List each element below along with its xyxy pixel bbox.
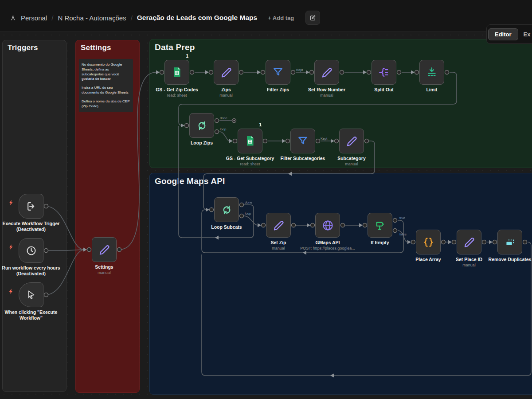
- loop-icon: [220, 203, 233, 216]
- person-icon: [10, 15, 16, 21]
- node-gmaps-api[interactable]: GMaps APIPOST: https://places.googlea...: [315, 213, 340, 238]
- node-sublabel: manual: [436, 263, 502, 267]
- node-label: Subcategory: [318, 156, 385, 161]
- output-label-kept: Kept: [296, 68, 303, 72]
- node-label: Run workflow every hours: [0, 265, 64, 271]
- output-label-done: done: [220, 116, 227, 120]
- node-loop-subcats[interactable]: Loop Subcats: [214, 197, 239, 222]
- trigger-bolt-icon: [8, 244, 14, 250]
- breadcrumb: Personal / N Rocha - Automações / Geraçã…: [10, 11, 320, 25]
- breadcrumb-project[interactable]: N Rocha - Automações: [58, 14, 126, 22]
- add-tag-button[interactable]: + Add tag: [268, 15, 294, 21]
- google-sheets-icon: [244, 135, 256, 147]
- node-sublabel: manual: [193, 93, 259, 98]
- node-sublabel: POST: https://places.googlea...: [290, 246, 365, 250]
- node-if-empty[interactable]: If Empty: [368, 213, 392, 238]
- node-label: Loop Subcats: [193, 224, 260, 230]
- loop-icon: [196, 119, 208, 132]
- node-set-row-number[interactable]: Set Row Numbermanual: [314, 60, 339, 85]
- trigger-bolt-icon: [8, 200, 14, 206]
- node-label: Remove Duplicates: [477, 257, 532, 262]
- pencil-icon: [463, 236, 475, 248]
- items-count-badge: 1: [186, 54, 188, 59]
- output-label-loop: loop: [220, 127, 226, 131]
- node-label: Execute Workflow Trigger: [0, 221, 64, 227]
- node-limit[interactable]: Limit: [419, 60, 444, 85]
- split-out-icon: [378, 66, 390, 78]
- node-status: (Deactivated): [0, 227, 64, 232]
- tab-editor[interactable]: Editor: [488, 28, 518, 40]
- node-sublabel: read: sheet: [217, 162, 283, 166]
- node-loop-zips[interactable]: Loop Zips: [189, 113, 214, 138]
- remove-duplicates-icon: [504, 236, 516, 248]
- node-gs-get-subcategory[interactable]: 1 GS - Get Subcategoryread: sheet: [238, 129, 262, 153]
- node-settings[interactable]: Settingsmanual: [92, 237, 117, 262]
- node-sublabel: manual: [293, 93, 360, 98]
- node-set-place-id[interactable]: Set Place IDmanual: [457, 230, 481, 254]
- pencil-icon: [273, 219, 285, 231]
- output-label-done: done: [245, 200, 252, 204]
- editor-executions-tabs: Editor Ex: [486, 24, 532, 44]
- breadcrumb-separator: /: [131, 14, 133, 22]
- node-label: If Empty: [347, 240, 413, 246]
- node-when-clicking-execute-workflow[interactable]: When clicking "Execute Workflow": [19, 282, 43, 307]
- node-label: Settings: [71, 264, 137, 270]
- mouse-cursor-icon: [25, 289, 37, 301]
- rename-workflow-button[interactable]: [305, 11, 320, 25]
- node-status: (Deactivated): [0, 271, 64, 277]
- edit-square-icon: [309, 15, 316, 21]
- node-split-out[interactable]: Split Out: [372, 60, 396, 85]
- node-filter-zips[interactable]: Filter Zips: [266, 60, 290, 85]
- node-subcategory[interactable]: Subcategorymanual: [339, 129, 364, 153]
- breadcrumb-separator: /: [51, 14, 53, 22]
- breadcrumb-account[interactable]: Personal: [21, 14, 47, 22]
- output-label-kept: Kept: [321, 137, 328, 141]
- filter-funnel-icon: [272, 66, 284, 78]
- node-gs-get-zip-codes[interactable]: 1 GS - Get Zip Codesread: sheet: [164, 60, 189, 85]
- pencil-icon: [220, 66, 232, 78]
- node-run-workflow-every-hours[interactable]: Run workflow every hours(Deactivated): [19, 238, 43, 263]
- node-filter-subcategories[interactable]: Filter Subcategories: [290, 129, 315, 153]
- trigger-bolt-icon: [8, 288, 14, 294]
- google-sheets-icon: [171, 66, 183, 78]
- top-bar: Personal / N Rocha - Automações / Geraçã…: [0, 0, 532, 31]
- tab-executions[interactable]: Ex: [524, 31, 531, 38]
- node-sublabel: manual: [71, 270, 137, 275]
- node-sublabel: manual: [318, 162, 385, 166]
- items-count-badge: 1: [259, 122, 262, 127]
- curly-braces-icon: [422, 236, 435, 249]
- globe-icon: [321, 219, 334, 232]
- pencil-icon: [98, 244, 110, 256]
- node-label: Set Row Number: [293, 87, 360, 93]
- signpost-icon: [374, 219, 386, 231]
- filter-funnel-icon: [297, 135, 309, 147]
- output-label-false: false: [399, 232, 407, 236]
- limit-icon: [426, 66, 438, 78]
- pencil-icon: [321, 66, 333, 78]
- logout-arrow-icon: [25, 200, 37, 212]
- pencil-icon: [346, 135, 358, 147]
- output-label-true: true: [399, 216, 405, 220]
- output-label-loop: loop: [245, 211, 251, 215]
- node-label: Limit: [399, 87, 465, 93]
- node-set-zip[interactable]: Set Zipmanual: [266, 213, 291, 238]
- node-remove-duplicates[interactable]: Remove Duplicates: [497, 230, 522, 254]
- node-zips[interactable]: Zipsmanual: [214, 60, 239, 85]
- node-execute-workflow-trigger[interactable]: Execute Workflow Trigger(Deactivated): [19, 194, 43, 219]
- workflow-title[interactable]: Geração de Leads com Google Maps: [137, 14, 257, 22]
- clock-icon: [25, 245, 37, 257]
- node-label: When clicking "Execute Workflow": [0, 309, 64, 321]
- node-label: Loop Zips: [168, 140, 235, 146]
- node-place-array[interactable]: Place Array: [416, 230, 441, 254]
